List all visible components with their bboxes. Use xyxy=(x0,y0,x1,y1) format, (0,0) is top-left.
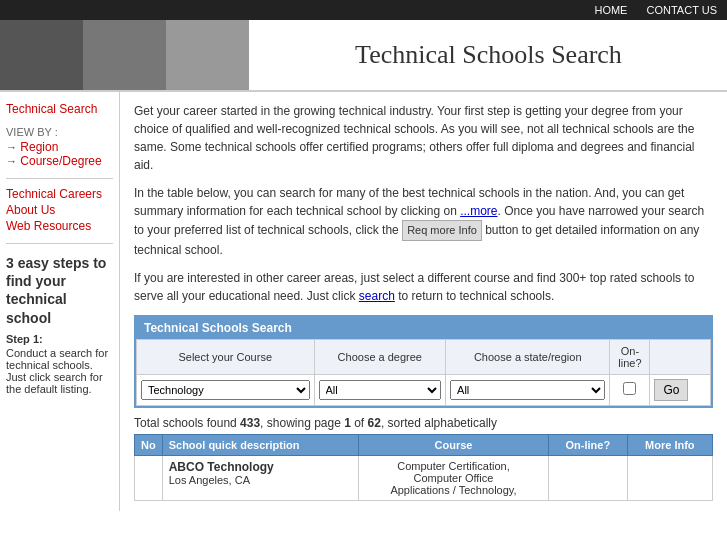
sidebar-section-viewby: VIEW BY : → Region → Course/Degree xyxy=(6,126,113,168)
sidebar-about-link[interactable]: About Us xyxy=(6,203,113,217)
page-current: 1 xyxy=(344,416,351,430)
content-area: Get your career started in the growing t… xyxy=(120,92,727,511)
course-select-cell: Technology Computer Science Engineering … xyxy=(137,374,315,405)
page-title: Technical Schools Search xyxy=(250,30,727,80)
intro-para1: Get your career started in the growing t… xyxy=(134,102,713,174)
results-col-school: School quick description xyxy=(162,434,358,455)
results-col-course: Course xyxy=(358,434,548,455)
row-courses: Computer Certification,Computer OfficeAp… xyxy=(358,455,548,500)
results-col-online: On-line? xyxy=(549,434,628,455)
results-col-more: More Info xyxy=(627,434,712,455)
course-select[interactable]: Technology Computer Science Engineering … xyxy=(141,380,310,400)
search-link[interactable]: search xyxy=(359,289,395,303)
row-online xyxy=(549,455,628,500)
sidebar-divider-2 xyxy=(6,243,113,244)
sidebar-region-link[interactable]: Region xyxy=(20,140,58,154)
header-image-1 xyxy=(0,20,83,90)
contact-link[interactable]: CONTACT US xyxy=(647,4,718,16)
main-layout: Technical Search VIEW BY : → Region → Co… xyxy=(0,92,727,511)
state-select-cell: All CA TX NY FL xyxy=(446,374,610,405)
sidebar-section-links: Technical Careers About Us Web Resources xyxy=(6,187,113,233)
school-location: Los Angeles, CA xyxy=(169,474,250,486)
sidebar-careers-link[interactable]: Technical Careers xyxy=(6,187,113,201)
sidebar-viewby-label: VIEW BY : xyxy=(6,126,113,138)
steps-title-line2: find your xyxy=(6,273,66,289)
total-schools: 433 xyxy=(240,416,260,430)
sidebar-region-item: → Region xyxy=(6,140,113,154)
search-container: Technical Schools Search Select your Cou… xyxy=(134,315,713,408)
steps-title: 3 easy steps to find your technical scho… xyxy=(6,254,113,327)
sidebar-web-link[interactable]: Web Resources xyxy=(6,219,113,233)
sidebar-technical-search-link[interactable]: Technical Search xyxy=(6,102,113,116)
header-images xyxy=(0,20,250,90)
sidebar-section-main: Technical Search xyxy=(6,102,113,116)
header-image-3 xyxy=(166,20,249,90)
more-link[interactable]: ...more xyxy=(460,204,497,218)
search-header: Technical Schools Search xyxy=(136,317,711,339)
col-degree-header: Choose a degree xyxy=(314,339,446,374)
para3-after: to return to technical schools. xyxy=(395,289,554,303)
degree-select[interactable]: All Certificate Diploma Associate Bachel… xyxy=(319,380,442,400)
school-name: ABCO Technology xyxy=(169,460,274,474)
state-select[interactable]: All CA TX NY FL xyxy=(450,380,605,400)
online-checkbox-cell xyxy=(610,374,650,405)
go-button[interactable]: Go xyxy=(654,379,688,401)
results-info: Total schools found 433, showing page 1 … xyxy=(134,416,713,430)
steps-title-line1: 3 easy steps to xyxy=(6,255,106,271)
sidebar-course-item: → Course/Degree xyxy=(6,154,113,168)
top-nav: HOME CONTACT US xyxy=(0,0,727,20)
steps-title-line3: technical school xyxy=(6,291,67,325)
header: Technical Schools Search xyxy=(0,20,727,92)
results-col-no: No xyxy=(135,434,163,455)
row-no xyxy=(135,455,163,500)
step1-label: Step 1: xyxy=(6,333,113,345)
col-go-header xyxy=(650,339,711,374)
row-more xyxy=(627,455,712,500)
step1-text: Conduct a search for technical schools. … xyxy=(6,347,113,395)
results-table: No School quick description Course On-li… xyxy=(134,434,713,501)
row-school: ABCO Technology Los Angeles, CA xyxy=(162,455,358,500)
table-row: ABCO Technology Los Angeles, CA Computer… xyxy=(135,455,713,500)
header-image-2 xyxy=(83,20,166,90)
col-state-header: Choose a state/region xyxy=(446,339,610,374)
intro-para2: In the table below, you can search for m… xyxy=(134,184,713,259)
page-total: 62 xyxy=(368,416,381,430)
online-checkbox[interactable] xyxy=(623,382,636,395)
sidebar-divider xyxy=(6,178,113,179)
sidebar-course-link[interactable]: Course/Degree xyxy=(20,154,101,168)
steps-box: 3 easy steps to find your technical scho… xyxy=(6,254,113,395)
col-course-header: Select your Course xyxy=(137,339,315,374)
arrow-icon-course: → xyxy=(6,155,17,167)
col-online-header: On-line? xyxy=(610,339,650,374)
search-table: Select your Course Choose a degree Choos… xyxy=(136,339,711,406)
arrow-icon-region: → xyxy=(6,141,17,153)
sort-text: sorted alphabetically xyxy=(388,416,497,430)
sidebar: Technical Search VIEW BY : → Region → Co… xyxy=(0,92,120,511)
go-button-cell: Go xyxy=(650,374,711,405)
req-info-button[interactable]: Req more Info xyxy=(402,220,482,241)
degree-select-cell: All Certificate Diploma Associate Bachel… xyxy=(314,374,446,405)
intro-para3: If you are interested in other career ar… xyxy=(134,269,713,305)
home-link[interactable]: HOME xyxy=(594,4,627,16)
